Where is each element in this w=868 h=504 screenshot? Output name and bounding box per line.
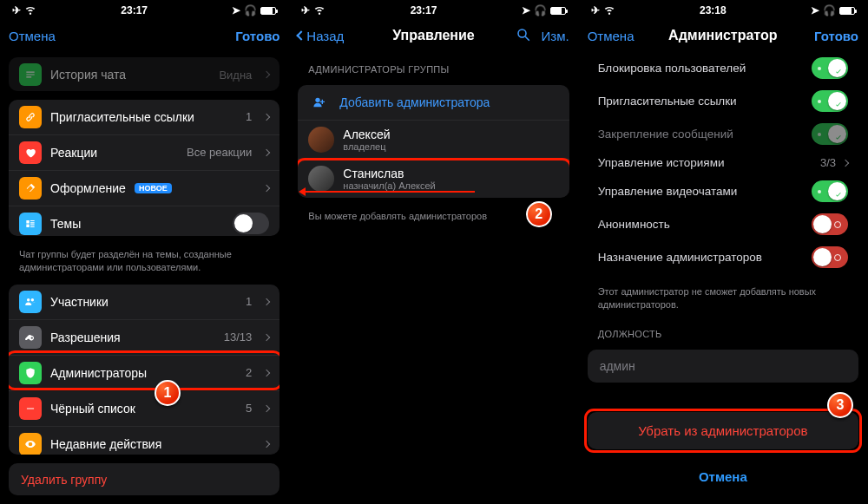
cancel-button-big[interactable]: Отмена [588,458,858,495]
cell-invite-links[interactable]: Пригласительные ссылки 1 [9,100,279,134]
svg-point-0 [518,29,526,37]
headphones-icon: 🎧 [534,4,547,16]
airplane-icon: ✈︎ [591,4,600,16]
invite-label: Пригласительные ссылки [50,110,237,124]
status-bar: ✈︎ 23:17 ➤ 🎧 [0,0,288,19]
perm-label: Закрепление сообщений [598,128,733,141]
group-permissions: Блокировка пользователей Пригласительные… [588,52,858,273]
remove-admin-button[interactable]: Убрать из администраторов [588,412,858,449]
headphones-icon: 🎧 [244,4,257,16]
cancel-button[interactable]: Отмена [588,29,635,43]
location-icon: ➤ [232,4,240,16]
perm-value: 3/3 [820,156,836,169]
avatar [308,127,334,153]
svg-line-1 [525,36,529,41]
perm-anonymous: Анонимность [588,207,858,240]
toggle-video[interactable] [812,180,848,202]
battery-icon [839,7,855,15]
cell-blacklist[interactable]: Чёрный список 5 [9,390,279,426]
admin-name: Алексей [343,128,390,141]
done-button[interactable]: Готово [814,29,858,43]
edit-button[interactable]: Изм. [542,27,569,45]
admins-value: 2 [246,366,252,379]
search-icon [516,27,531,43]
admin-name: Станислав [343,167,435,180]
role-input[interactable]: админ [588,350,858,383]
svg-point-2 [316,98,320,102]
toggle-promote[interactable] [812,246,848,268]
search-button[interactable] [516,27,531,45]
permissions-label: Разрешения [50,331,215,344]
cell-members[interactable]: Участники 1 [9,285,279,319]
cell-permissions[interactable]: Разрешения 13/13 [9,319,279,355]
chevron-right-icon [263,184,270,191]
status-bar: ✈︎ 23:17 ➤ 🎧 [289,0,577,19]
status-time: 23:18 [700,4,727,16]
cell-admins[interactable]: Администраторы 2 [9,355,279,390]
eye-icon [19,433,42,455]
admins-label: Администраторы [50,366,237,380]
cell-topics[interactable]: Темы [9,206,279,236]
wifi-icon [603,3,615,18]
blacklist-value: 5 [246,402,252,415]
back-button[interactable]: Назад [298,29,344,43]
topics-toggle[interactable] [233,213,269,234]
blacklist-label: Чёрный список [50,402,237,416]
location-icon: ➤ [811,4,819,16]
delete-group-button[interactable]: Удалить группу [9,463,279,495]
topics-label: Темы [50,217,224,231]
chevron-right-icon [842,159,849,166]
toggle-block[interactable] [812,57,848,79]
perm-label: Управление историями [598,156,725,169]
chevron-right-icon [263,113,270,120]
toggle-anon[interactable] [812,213,848,235]
key-icon [19,326,42,349]
chevron-right-icon [263,440,270,447]
chevron-right-icon [263,369,270,376]
cell-recent-actions[interactable]: Недавние действия [9,426,279,455]
cell-reactions[interactable]: Реакции Все реакции [9,134,279,170]
chevron-right-icon [263,71,270,78]
location-icon: ➤ [522,4,530,16]
wifi-icon [24,3,36,18]
admin-row-stanislav[interactable]: Станислав назначил(а) Алексей [298,159,569,198]
history-icon [19,63,42,86]
appearance-label: Оформление [50,181,126,195]
perm-label: Блокировка пользователей [598,62,746,75]
admin-row-owner[interactable]: Алексей владелец [298,120,569,159]
status-time: 23:17 [411,4,437,16]
done-button[interactable]: Готово [235,29,279,43]
perm-stories[interactable]: Управление историями 3/3 [588,150,858,174]
recent-label: Недавние действия [50,437,252,451]
headphones-icon: 🎧 [823,4,836,16]
toggle-invite[interactable] [812,90,848,112]
cancel-button[interactable]: Отмена [9,29,56,43]
brush-icon [19,177,42,200]
cell-appearance[interactable]: Оформление НОВОЕ [9,170,279,206]
navbar: Отмена Администратор Готово [579,19,867,52]
history-label: История чата [50,68,210,82]
wifi-icon [313,3,326,18]
status-bar: ✈︎ 23:18 ➤ 🎧 [579,0,867,19]
add-admin-button[interactable]: Добавить администратора [298,85,569,120]
perm-label: Пригласительные ссылки [598,95,737,108]
group-role: админ [588,350,858,383]
chevron-right-icon [263,298,270,304]
perm-promote: Назначение администраторов [588,240,858,273]
heart-icon [19,141,42,164]
chevron-right-icon [263,404,270,411]
admin-role: владелец [343,141,390,152]
chevron-right-icon [263,148,270,155]
toggle-pin[interactable] [812,123,848,145]
page-title: Управление [358,28,508,43]
perm-label: Назначение администраторов [598,251,762,264]
people-icon [19,291,42,313]
reactions-label: Реакции [50,146,178,160]
perm-invite-links: Пригласительные ссылки [588,84,858,117]
minus-icon [19,397,42,420]
perm-label: Управление видеочатами [598,185,738,198]
topics-footer: Чат группы будет разделён на темы, созда… [9,245,279,276]
reactions-value: Все реакции [187,146,252,159]
airplane-icon: ✈︎ [301,4,310,16]
cell-history[interactable]: История чата Видна [9,57,279,91]
